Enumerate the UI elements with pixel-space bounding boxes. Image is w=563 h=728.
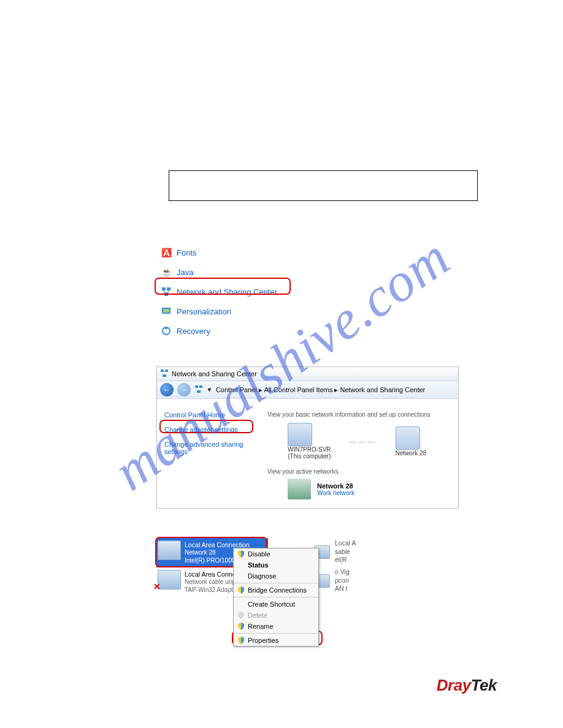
active-network-item[interactable]: Network 28 Work network [288, 479, 453, 499]
item-label: Personalization [177, 307, 231, 316]
crumb[interactable]: All Control Panel Items [264, 386, 333, 393]
chevron-right-icon: ▸ [259, 386, 262, 394]
menu-item-disable[interactable]: Disable [234, 548, 318, 559]
menu-item-diagnose[interactable]: Diagnose [234, 571, 318, 582]
control-panel-item-recovery[interactable]: Recovery [158, 321, 280, 341]
shield-icon [237, 550, 245, 558]
crumb[interactable]: Network and Sharing Center [340, 386, 425, 393]
peek-line: sable [335, 548, 356, 556]
control-panel-item-fonts[interactable]: 🅰️ Fonts [158, 243, 280, 262]
network-name: Network 28 [396, 450, 427, 457]
svg-rect-4 [163, 309, 169, 313]
network-sharing-window: Network and Sharing Center ← → ▼ Control… [156, 366, 459, 509]
svg-rect-9 [195, 385, 198, 388]
network-icon [160, 369, 169, 379]
forward-button[interactable]: → [177, 383, 191, 396]
cut-off-item-text: Local A sable el(R o Vig pcon AN t [313, 539, 356, 593]
menu-label: Disable [248, 550, 270, 558]
computer-icon [288, 423, 312, 446]
menu-item-status[interactable]: Status [234, 559, 318, 571]
instruction-box [169, 170, 478, 201]
svg-rect-11 [197, 390, 201, 393]
chevron-right-icon: ▸ [334, 386, 338, 394]
recovery-icon [161, 325, 172, 336]
svg-rect-7 [165, 370, 168, 372]
connection-status: Network cable unp [185, 578, 239, 586]
nav-toolbar: ← → ▼ Control Panel ▸ All Control Panel … [157, 381, 458, 399]
context-menu: Disable Status Diagnose Bridge Connectio… [233, 548, 319, 646]
svg-rect-8 [163, 374, 166, 377]
peek-line: AN t [335, 585, 350, 593]
back-button[interactable]: ← [160, 383, 174, 396]
menu-label: Rename [248, 623, 274, 630]
connection-adapter: TAP-Win32 Adapt [185, 586, 239, 594]
window-title: Network and Sharing Center [172, 370, 257, 377]
svg-rect-10 [199, 385, 202, 388]
java-icon: ☕ [161, 267, 172, 278]
menu-item-delete: Delete [234, 610, 318, 621]
this-computer-block: WIN7PRO-SVR (This computer) [288, 423, 331, 460]
menu-item-rename[interactable]: Rename [234, 621, 318, 632]
right-pane: View your basic network information and … [261, 399, 458, 508]
menu-item-bridge[interactable]: Bridge Connections [234, 585, 318, 596]
menu-label: Diagnose [248, 572, 276, 580]
menu-item-shortcut[interactable]: Create Shortcut [234, 599, 318, 610]
menu-label: Delete [248, 612, 267, 619]
peek-line: o Vig [335, 568, 350, 577]
peek-line: el(R [335, 556, 356, 564]
highlight-network-sharing [155, 278, 291, 295]
dropdown-icon[interactable]: ▼ [207, 387, 212, 393]
computer-name: WIN7PRO-SVR [288, 446, 331, 453]
breadcrumb[interactable]: Control Panel ▸ All Control Panel Items … [216, 386, 425, 394]
logo-part-black: Tek [471, 676, 497, 694]
personalization-icon [161, 306, 172, 317]
connection-line-icon: ——— [350, 438, 377, 445]
peek-line: pcon [335, 577, 350, 585]
peek-line: Local A [335, 539, 356, 548]
active-network-name: Network 28 [317, 482, 354, 490]
svg-rect-6 [161, 370, 164, 372]
network-icon [194, 385, 203, 395]
link-change-advanced[interactable]: Change advanced sharing settings [163, 437, 255, 459]
heading-basic-info: View your basic network information and … [267, 411, 453, 418]
menu-label: Status [248, 561, 269, 569]
logo-part-red: Dray [437, 676, 471, 694]
left-pane: Control Panel Home Change adapter settin… [157, 399, 261, 508]
menu-label: Bridge Connections [248, 586, 307, 594]
work-network-icon [288, 479, 311, 499]
network-block: Network 28 [396, 427, 427, 457]
shield-icon [237, 637, 245, 644]
network-node-icon [396, 427, 420, 450]
active-network-type[interactable]: Work network [317, 490, 354, 496]
draytek-logo: DrayTek [437, 676, 497, 695]
computer-subtitle: (This computer) [288, 453, 331, 460]
shield-icon [237, 623, 245, 630]
control-panel-item-personalization[interactable]: Personalization [158, 301, 280, 321]
menu-item-properties[interactable]: Properties [234, 635, 318, 646]
item-label: Fonts [177, 248, 197, 257]
fonts-icon: 🅰️ [161, 247, 172, 258]
item-label: Recovery [177, 327, 210, 336]
active-networks-label: View your active networks [267, 468, 453, 475]
adapter-disabled-icon [158, 570, 181, 590]
crumb[interactable]: Control Panel [216, 386, 257, 393]
highlight-change-adapter [159, 420, 253, 433]
window-title-bar: Network and Sharing Center [157, 367, 458, 381]
menu-label: Create Shortcut [248, 601, 295, 608]
menu-label: Properties [248, 637, 278, 644]
shield-icon [237, 586, 245, 594]
connection-name: Local Area Connec [185, 571, 239, 578]
item-label: Java [177, 268, 193, 277]
shield-icon [237, 612, 245, 619]
